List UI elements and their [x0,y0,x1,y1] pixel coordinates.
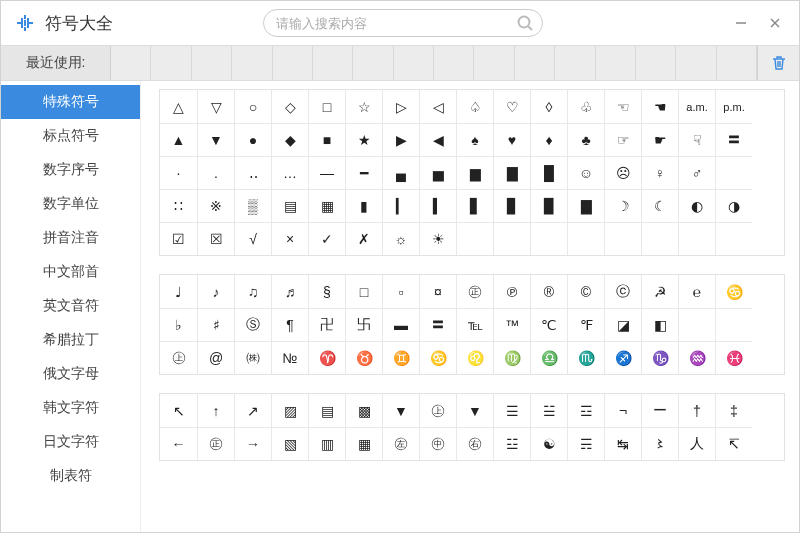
symbol-cell[interactable]: ▤ [271,189,308,222]
clear-recent-button[interactable] [757,46,799,80]
symbol-cell[interactable]: ▲ [160,123,197,156]
recent-slot[interactable] [434,46,474,80]
symbol-cell[interactable]: ▼ [382,394,419,427]
symbol-cell[interactable]: ♡ [493,90,530,123]
symbol-cell[interactable]: ㊤ [419,394,456,427]
recent-slot[interactable] [151,46,191,80]
sidebar-item-8[interactable]: 俄文字母 [1,357,140,391]
symbol-cell[interactable]: ♋ [419,341,456,374]
symbol-cell[interactable]: ✓ [308,222,345,255]
symbol-cell[interactable]: ▨ [271,394,308,427]
recent-slot[interactable] [676,46,716,80]
sidebar-item-10[interactable]: 日文字符 [1,425,140,459]
symbol-cell[interactable]: ▄ [382,156,419,189]
symbol-cell[interactable]: ▷ [382,90,419,123]
symbol-cell[interactable]: ∷ [160,189,197,222]
symbol-cell[interactable]: ▽ [197,90,234,123]
symbol-cell[interactable]: ☱ [530,394,567,427]
symbol-cell[interactable]: ♑ [641,341,678,374]
sidebar-item-11[interactable]: 制表符 [1,459,140,493]
symbol-cell[interactable]: ‥ [234,156,271,189]
symbol-cell[interactable]: ▥ [308,427,345,460]
symbol-cell[interactable]: § [308,275,345,308]
symbol-cell[interactable]: ▤ [308,394,345,427]
recent-slot[interactable] [717,46,757,80]
sidebar-item-6[interactable]: 英文音符 [1,289,140,323]
recent-slot[interactable] [636,46,676,80]
symbol-cell[interactable]: ☛ [641,123,678,156]
symbol-cell[interactable]: ℃ [530,308,567,341]
symbol-cell[interactable]: ♈ [308,341,345,374]
symbol-cell[interactable]: ¬ [604,394,641,427]
symbol-cell[interactable]: ℉ [567,308,604,341]
symbol-cell[interactable]: ↖ [160,394,197,427]
symbol-cell[interactable]: ♫ [234,275,271,308]
sidebar-item-5[interactable]: 中文部首 [1,255,140,289]
symbol-cell[interactable]: ◊ [530,90,567,123]
recent-slot[interactable] [515,46,555,80]
symbol-cell[interactable]: ▦ [308,189,345,222]
symbol-cell[interactable]: ℡ [456,308,493,341]
symbol-cell[interactable]: ㈱ [234,341,271,374]
symbol-cell[interactable]: ☀ [419,222,456,255]
symbol-cell[interactable]: · [160,156,197,189]
symbol-cell[interactable]: ◆ [271,123,308,156]
symbol-cell[interactable]: ↸ [715,427,752,460]
symbol-cell[interactable]: ☽ [604,189,641,222]
symbol-cell[interactable]: ㊤ [160,341,197,374]
symbol-cell[interactable]: ㊣ [197,427,234,460]
symbol-cell[interactable]: ♏ [567,341,604,374]
symbol-cell[interactable]: ▼ [456,394,493,427]
symbol-cell[interactable]: 卐 [345,308,382,341]
symbol-cell[interactable]: ♍ [493,341,530,374]
symbol-cell[interactable]: ® [530,275,567,308]
symbol-cell[interactable]: ▎ [382,189,419,222]
symbol-cell[interactable]: ♋ [715,275,752,308]
symbol-cell[interactable]: ↹ [604,427,641,460]
symbol-cell[interactable]: ♎ [530,341,567,374]
symbol-cell[interactable]: ◀ [419,123,456,156]
symbol-cell[interactable]: ♣ [567,123,604,156]
symbol-cell[interactable]: † [678,394,715,427]
symbol-cell[interactable]: ♧ [567,90,604,123]
close-button[interactable] [765,13,785,33]
symbol-cell[interactable]: ♓ [715,341,752,374]
symbol-cell[interactable]: ♬ [271,275,308,308]
symbol-cell[interactable]: ♂ [678,156,715,189]
symbol-cell[interactable]: a.m. [678,90,715,123]
symbol-cell[interactable]: ☳ [493,427,530,460]
symbol-cell[interactable]: ☾ [641,189,678,222]
symbol-cell[interactable]: ー [641,394,678,427]
symbol-cell[interactable]: ☜ [604,90,641,123]
symbol-cell[interactable]: ■ [308,123,345,156]
symbol-cell[interactable]: ㊣ [456,275,493,308]
symbol-cell[interactable]: ♌ [456,341,493,374]
symbol-cell[interactable]: ♒ [678,341,715,374]
symbol-cell[interactable]: 人 [678,427,715,460]
recent-slot[interactable] [474,46,514,80]
sidebar-item-7[interactable]: 希腊拉丁 [1,323,140,357]
symbol-cell[interactable]: ♯ [197,308,234,341]
symbol-cell[interactable]: ━ [345,156,382,189]
sidebar-item-0[interactable]: 特殊符号 [1,85,140,119]
symbol-cell[interactable]: ◁ [419,90,456,123]
symbol-cell[interactable]: ▧ [271,427,308,460]
symbol-cell[interactable]: ▫ [382,275,419,308]
symbol-cell[interactable]: ● [234,123,271,156]
symbol-cell[interactable]: ㊥ [419,427,456,460]
symbol-cell[interactable]: ↑ [197,394,234,427]
symbol-cell[interactable]: ◇ [271,90,308,123]
symbol-cell[interactable]: ※ [197,189,234,222]
symbol-cell[interactable]: @ [197,341,234,374]
symbol-cell[interactable]: © [567,275,604,308]
symbol-cell[interactable]: ○ [234,90,271,123]
symbol-cell[interactable]: ☴ [567,427,604,460]
symbol-cell[interactable]: ◪ [604,308,641,341]
symbol-cell[interactable]: ☼ [382,222,419,255]
sidebar-item-4[interactable]: 拼音注音 [1,221,140,255]
sidebar-item-1[interactable]: 标点符号 [1,119,140,153]
symbol-cell[interactable]: ▆ [456,156,493,189]
symbol-cell[interactable]: ‡ [715,394,752,427]
sidebar-item-3[interactable]: 数字单位 [1,187,140,221]
symbol-cell[interactable]: ← [160,427,197,460]
